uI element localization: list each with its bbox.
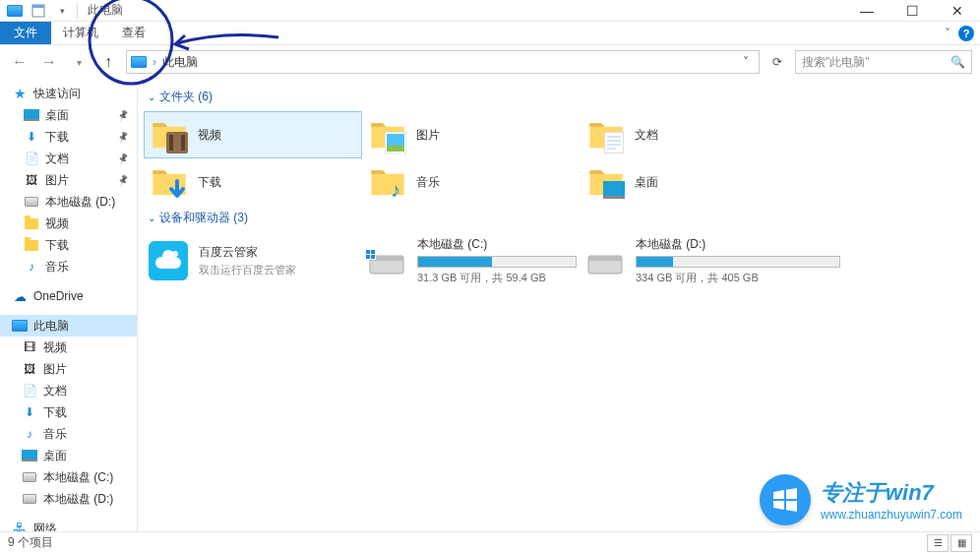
sidebar-label: OneDrive (33, 289, 84, 303)
help-icon[interactable]: ? (958, 26, 974, 41)
titlebar: ▾ 此电脑 — ☐ ✕ (0, 0, 980, 22)
view-details-button[interactable]: ☰ (927, 534, 949, 552)
tile-label: 图片 (416, 127, 440, 144)
tile-label: 桌面 (635, 174, 658, 191)
nav-back-button[interactable]: ← (8, 50, 31, 74)
drive-name: 本地磁盘 (C:) (417, 236, 577, 253)
desktop-icon (22, 448, 37, 463)
sidebar-item-disk-d[interactable]: 本地磁盘 (D:) (0, 191, 137, 213)
ribbon-file-tab[interactable]: 文件 (0, 22, 51, 44)
sidebar-item-label: 图片 (43, 361, 67, 378)
pc-icon (12, 318, 28, 334)
minimize-button[interactable]: — (844, 0, 889, 22)
sidebar-label: 快速访问 (33, 86, 81, 102)
svg-rect-23 (161, 260, 175, 269)
address-location-text[interactable]: 此电脑 (162, 54, 198, 71)
sidebar-pc-documents[interactable]: 📄文档 (0, 380, 137, 401)
sidebar-pc-desktop[interactable]: 桌面 (0, 445, 137, 466)
svg-rect-28 (366, 250, 370, 254)
sidebar-pc-pictures[interactable]: 🖼图片 (0, 358, 137, 380)
refresh-button[interactable]: ⟳ (766, 50, 789, 74)
search-input[interactable]: 搜索"此电脑" 🔍 (795, 50, 972, 74)
star-icon: ★ (12, 86, 28, 101)
search-icon[interactable]: 🔍 (950, 55, 965, 69)
sidebar-item-music[interactable]: ♪音乐 (0, 256, 137, 277)
sidebar-this-pc[interactable]: 此电脑 (0, 315, 137, 337)
nav-up-button[interactable]: ↑ (96, 50, 120, 74)
drive-usage-bar (417, 256, 577, 268)
nav-forward-button[interactable]: → (37, 50, 61, 74)
drive-tile-d[interactable]: 本地磁盘 (D:) 334 GB 可用，共 405 GB (581, 232, 844, 289)
sidebar-pc-videos[interactable]: 🎞视频 (0, 337, 137, 358)
drive-tile-c[interactable]: 本地磁盘 (C:) 31.3 GB 可用，共 59.4 GB (362, 232, 581, 289)
close-button[interactable]: ✕ (935, 0, 980, 22)
sidebar-pc-disk-d[interactable]: 本地磁盘 (D:) (0, 488, 137, 510)
sidebar-item-pictures[interactable]: 🖼图片 (0, 169, 137, 191)
address-bar[interactable]: › 此电脑 ˅ (126, 50, 760, 74)
sidebar-item-label: 视频 (43, 339, 67, 356)
ribbon-expand-icon[interactable]: ˅ (945, 27, 950, 40)
sidebar-network[interactable]: 🖧网络 (0, 518, 137, 531)
svg-rect-2 (24, 109, 39, 119)
svg-rect-8 (181, 135, 185, 151)
sidebar-pc-music[interactable]: ♪音乐 (0, 423, 137, 445)
sidebar-item-label: 本地磁盘 (D:) (43, 491, 113, 508)
sidebar-item-downloads2[interactable]: 下载 (0, 234, 137, 256)
folder-tile-downloads[interactable]: 下载 (144, 158, 362, 206)
sidebar-label: 此电脑 (33, 318, 69, 335)
navbar: ← → ▾ ↑ › 此电脑 ˅ ⟳ 搜索"此电脑" 🔍 (0, 45, 980, 79)
statusbar: 9 个项目 ☰ ▦ (0, 531, 980, 553)
watermark: 专注于win7 www.zhuanzhuyuwin7.com (760, 474, 962, 525)
sidebar-item-label: 文档 (43, 383, 67, 399)
sidebar-item-videos[interactable]: 视频 (0, 213, 137, 234)
svg-rect-7 (169, 135, 173, 151)
group-devices-header[interactable]: ⌄ 设备和驱动器 (3) (144, 206, 970, 232)
folder-tile-pictures[interactable]: 图片 (362, 111, 581, 158)
folder-tile-documents[interactable]: 文档 (581, 111, 799, 158)
address-separator-icon: › (153, 55, 156, 69)
windows-logo-icon (760, 474, 811, 525)
sidebar-item-label: 下载 (45, 237, 69, 254)
svg-rect-3 (24, 119, 39, 121)
sidebar-item-label: 下载 (43, 404, 67, 421)
drive-stats: 31.3 GB 可用，共 59.4 GB (417, 271, 577, 285)
sidebar-item-label: 下载 (45, 129, 69, 146)
view-tiles-button[interactable]: ▦ (950, 534, 972, 552)
sidebar-pc-downloads[interactable]: ⬇下载 (0, 401, 137, 423)
sidebar-item-desktop[interactable]: 桌面 (0, 104, 137, 126)
address-location-icon (131, 56, 147, 68)
sidebar-item-documents[interactable]: 📄文档 (0, 148, 137, 169)
system-menu-icon[interactable] (4, 2, 26, 20)
nav-recent-dropdown[interactable]: ▾ (67, 50, 91, 74)
sidebar-item-downloads[interactable]: ⬇下载 (0, 126, 137, 148)
sidebar: ★ 快速访问 桌面 ⬇下载 📄文档 🖼图片 本地磁盘 (D:) 视频 下载 ♪音… (0, 79, 138, 531)
folder-icon (367, 114, 408, 155)
tile-label: 音乐 (416, 174, 440, 191)
baidu-cloud-icon (148, 240, 189, 281)
ribbon-tab-computer[interactable]: 计算机 (51, 22, 110, 44)
folder-tile-videos[interactable]: 视频 (144, 111, 362, 158)
group-folders-header[interactable]: ⌄ 文件夹 (6) (144, 85, 970, 111)
ribbon-tab-view[interactable]: 查看 (110, 22, 157, 44)
watermark-title: 专注于win7 (821, 478, 962, 508)
svg-rect-31 (371, 255, 375, 259)
folder-tile-music[interactable]: ♪ 音乐 (362, 158, 581, 206)
svg-point-24 (172, 251, 178, 257)
sidebar-item-label: 音乐 (45, 259, 69, 276)
folder-tile-desktop[interactable]: 桌面 (581, 158, 799, 206)
folder-icon (149, 114, 190, 155)
sidebar-quick-access[interactable]: ★ 快速访问 (0, 83, 137, 104)
address-dropdown-icon[interactable]: ˅ (737, 55, 755, 69)
drive-usage-bar (636, 256, 840, 268)
sidebar-onedrive[interactable]: ☁OneDrive (0, 285, 137, 307)
maximize-button[interactable]: ☐ (889, 0, 935, 22)
tile-label: 视频 (198, 127, 221, 144)
qat-properties-icon[interactable] (28, 2, 49, 20)
network-icon: 🖧 (12, 521, 28, 531)
qat-dropdown-icon[interactable]: ▾ (51, 2, 73, 20)
folder-icon: ♪ (367, 161, 408, 203)
sidebar-pc-disk-c[interactable]: 本地磁盘 (C:) (0, 466, 137, 488)
document-icon: 📄 (24, 151, 39, 166)
picture-icon: 🖼 (22, 361, 37, 377)
device-tile-baidu[interactable]: 百度云管家 双击运行百度云管家 (144, 232, 362, 289)
